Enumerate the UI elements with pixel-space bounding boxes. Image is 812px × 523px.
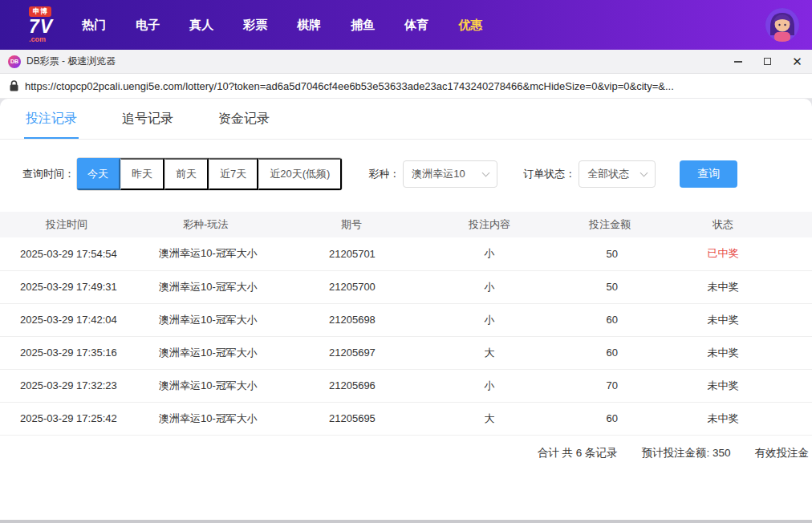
cell-game: 澳洲幸运10-冠军大小 [152, 270, 321, 303]
nav-item-sports[interactable]: 体育 [404, 18, 428, 33]
window-titlebar: DB DB彩票 - 极速浏览器 ✕ [0, 50, 812, 74]
lottery-select-value: 澳洲幸运10 [412, 167, 465, 181]
cell-time: 2025-03-29 17:32:23 [0, 369, 152, 402]
cell-status: 未中奖 [634, 336, 812, 369]
cell-time: 2025-03-29 17:49:31 [0, 270, 152, 303]
lottery-select[interactable]: 澳洲幸运10 [403, 160, 497, 188]
order-status-value: 全部状态 [587, 167, 629, 181]
nav-item-slots[interactable]: 电子 [136, 18, 160, 33]
close-icon: ✕ [792, 55, 802, 67]
cell-issue: 21205695 [321, 402, 425, 435]
table-row: 2025-03-29 17:32:23澳洲幸运10-冠军大小21205696小7… [0, 369, 812, 402]
time-filter-today[interactable]: 今天 [77, 158, 120, 190]
table-row: 2025-03-29 17:49:31澳洲幸运10-冠军大小21205700小5… [0, 270, 812, 303]
table-row: 2025-03-29 17:35:16澳洲幸运10-冠军大小21205697大6… [0, 336, 812, 369]
cell-amount: 70 [554, 369, 634, 402]
summary-total: 合计 共 6 条记录 [538, 446, 618, 460]
cell-issue: 21205696 [321, 369, 425, 402]
time-filter-yesterday[interactable]: 昨天 [120, 158, 164, 190]
minimize-button[interactable] [723, 50, 753, 73]
avatar[interactable] [765, 8, 799, 42]
cell-issue: 21205701 [321, 237, 425, 270]
chevron-down-icon [640, 168, 648, 176]
nav-item-live[interactable]: 真人 [189, 18, 213, 33]
cell-content: 小 [425, 270, 554, 303]
status-filter-label: 订单状态： [523, 167, 575, 181]
minimize-icon [734, 61, 742, 63]
window-bottom-edge [0, 520, 812, 523]
cell-content: 大 [425, 336, 554, 369]
nav-item-fishing[interactable]: 捕鱼 [351, 18, 375, 33]
site-header: 申博 7V .com 热门电子真人彩票棋牌捕鱼体育优惠 [0, 0, 812, 50]
cell-time: 2025-03-29 17:25:42 [0, 402, 152, 435]
avatar-image [765, 8, 799, 42]
cell-amount: 60 [554, 402, 634, 435]
column-header: 投注内容 [425, 212, 554, 237]
cell-time: 2025-03-29 17:35:16 [0, 336, 152, 369]
cell-content: 小 [425, 369, 554, 402]
cell-status: 未中奖 [634, 270, 812, 303]
nav-item-promo[interactable]: 优惠 [458, 18, 482, 33]
cell-status: 未中奖 [634, 369, 812, 402]
logo-domain: .com [29, 36, 46, 43]
window-title: DB彩票 - 极速浏览器 [26, 55, 116, 68]
records-panel: 投注记录追号记录资金记录 查询时间： 今天昨天前天近7天近20天(低频) 彩种：… [0, 99, 812, 523]
table-row: 2025-03-29 17:42:04澳洲幸运10-冠军大小21205698小6… [0, 303, 812, 336]
time-filter-label: 查询时间： [22, 167, 75, 181]
tab-fund-records[interactable]: 资金记录 [217, 99, 271, 139]
page-background: 投注记录追号记录资金记录 查询时间： 今天昨天前天近7天近20天(低频) 彩种：… [0, 99, 812, 523]
url-text[interactable]: https://ctopcp02pcali.uengi5e.com/lotter… [25, 80, 674, 92]
browser-addressbar: https://ctopcp02pcali.uengi5e.com/lotter… [0, 74, 812, 99]
table-header-row: 投注时间彩种-玩法期号投注内容投注金额状态 [0, 212, 812, 237]
maximize-icon [764, 58, 771, 65]
records-tabs: 投注记录追号记录资金记录 [0, 99, 812, 140]
tab-chase-records[interactable]: 追号记录 [120, 99, 175, 139]
tab-bet-records[interactable]: 投注记录 [24, 99, 79, 139]
column-header: 状态 [634, 212, 812, 237]
logo-text: 7V [29, 18, 53, 36]
cell-status: 未中奖 [634, 303, 812, 336]
time-filter-last7[interactable]: 近7天 [209, 158, 258, 190]
cell-content: 小 [425, 237, 554, 270]
nav-item-lottery[interactable]: 彩票 [243, 18, 267, 33]
close-button[interactable]: ✕ [782, 50, 812, 73]
search-button[interactable]: 查询 [680, 160, 737, 188]
cell-game: 澳洲幸运10-冠军大小 [152, 336, 321, 369]
time-filter-group: 今天昨天前天近7天近20天(低频) [76, 157, 343, 191]
nav-item-chess[interactable]: 棋牌 [297, 18, 321, 33]
lottery-filter-label: 彩种： [368, 167, 400, 181]
cell-game: 澳洲幸运10-冠军大小 [152, 303, 321, 336]
nav-item-hot[interactable]: 热门 [82, 18, 106, 33]
cell-content: 小 [425, 303, 554, 336]
cell-issue: 21205700 [321, 270, 425, 303]
column-header: 彩种-玩法 [152, 212, 321, 237]
column-header: 期号 [321, 212, 425, 237]
bet-records-table: 投注时间彩种-玩法期号投注内容投注金额状态 2025-03-29 17:54:5… [0, 212, 812, 436]
cell-game: 澳洲幸运10-冠军大小 [152, 237, 321, 270]
cell-time: 2025-03-29 17:54:54 [0, 237, 152, 270]
order-status-select[interactable]: 全部状态 [579, 160, 656, 188]
column-header: 投注时间 [0, 212, 152, 237]
cell-time: 2025-03-29 17:42:04 [0, 303, 152, 336]
cell-amount: 50 [554, 270, 634, 303]
window-controls: ✕ [723, 50, 812, 73]
main-nav: 热门电子真人彩票棋牌捕鱼体育优惠 [82, 18, 482, 33]
filter-bar: 查询时间： 今天昨天前天近7天近20天(低频) 彩种： 澳洲幸运10 订单状态：… [0, 140, 812, 191]
site-logo[interactable]: 申博 7V .com [29, 6, 53, 43]
time-filter-day-before[interactable]: 前天 [164, 158, 209, 190]
cell-status: 已中奖 [634, 237, 812, 270]
maximize-button[interactable] [753, 50, 782, 73]
table-row: 2025-03-29 17:54:54澳洲幸运10-冠军大小21205701小5… [0, 237, 812, 270]
table-row: 2025-03-29 17:25:42澳洲幸运10-冠军大小21205695大6… [0, 402, 812, 435]
summary-expected-amount: 预计投注金额: 350 [641, 446, 730, 460]
time-filter-last20[interactable]: 近20天(低频) [258, 158, 342, 190]
cell-amount: 60 [554, 303, 634, 336]
lock-icon [10, 80, 18, 91]
cell-content: 大 [425, 402, 554, 435]
cell-issue: 21205698 [321, 303, 425, 336]
cell-issue: 21205697 [321, 336, 425, 369]
cell-amount: 60 [554, 336, 634, 369]
cell-status: 未中奖 [634, 402, 812, 435]
cell-game: 澳洲幸运10-冠军大小 [152, 402, 321, 435]
summary-bar: 合计 共 6 条记录 预计投注金额: 350 有效投注金 [0, 436, 812, 471]
